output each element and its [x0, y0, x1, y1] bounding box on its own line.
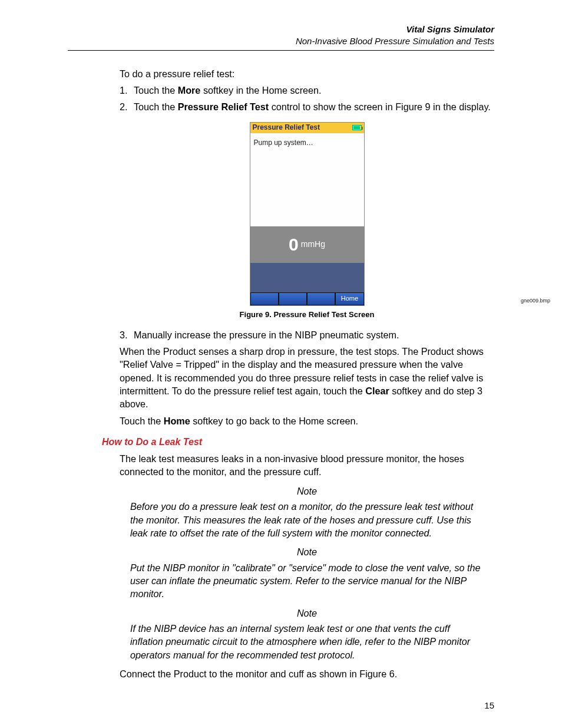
step-text: Touch the Pressure Relief Test control t…: [134, 101, 491, 112]
device-softkeys: Home: [250, 292, 364, 305]
figure-caption: Figure 9. Pressure Relief Test Screen: [120, 309, 494, 320]
device-screen: Pressure Relief Test Pump up system… 0 m…: [250, 122, 365, 306]
step-text: Manually increase the pressure in the NI…: [134, 330, 399, 340]
connect-paragraph: Connect the Product to the monitor and c…: [120, 667, 494, 680]
figure-9: Pressure Relief Test Pump up system… 0 m…: [120, 122, 494, 306]
page-number: 15: [484, 700, 494, 710]
device-title-text: Pressure Relief Test: [253, 123, 320, 133]
reading-value: 0: [289, 232, 299, 256]
battery-icon: [352, 125, 362, 130]
intro-text: To do a pressure relief test:: [120, 67, 494, 80]
note-2: Put the NIBP monitor in "calibrate" or "…: [120, 561, 494, 601]
step-number: 1.: [120, 84, 128, 97]
step-3: 3. Manually increase the pressure in the…: [120, 328, 494, 341]
step-number: 2.: [120, 100, 128, 113]
leak-intro: The leak test measures leaks in a non-in…: [120, 452, 494, 479]
device-reading: 0 mmHg: [250, 226, 364, 263]
figure-file-ref: gne009.bmp: [521, 297, 550, 304]
reading-unit: mmHg: [301, 239, 325, 250]
header-rule: [68, 50, 494, 51]
note-label-1: Note: [120, 485, 494, 498]
touch-home-paragraph: Touch the Home softkey to go back to the…: [120, 414, 494, 427]
header-title: Vital Signs Simulator: [406, 24, 494, 34]
note-3: If the NIBP device has an internal syste…: [120, 622, 494, 661]
sense-paragraph: When the Product senses a sharp drop in …: [120, 345, 494, 411]
device-body-text: Pump up system…: [254, 139, 313, 147]
step-2: 2. Touch the Pressure Relief Test contro…: [120, 100, 494, 113]
note-label-3: Note: [120, 607, 494, 620]
device-titlebar: Pressure Relief Test: [250, 123, 364, 133]
note-1: Before you do a pressure leak test on a …: [120, 500, 494, 539]
header-subtitle: Non-Invasive Blood Pressure Simulation a…: [296, 36, 494, 46]
step-number: 3.: [120, 328, 128, 341]
device-mid-panel: [250, 263, 364, 292]
softkey-2[interactable]: [279, 292, 307, 305]
note-label-2: Note: [120, 545, 494, 558]
softkey-1[interactable]: [250, 292, 279, 305]
step-1: 1. Touch the More softkey in the Home sc…: [120, 84, 494, 97]
softkey-home[interactable]: Home: [335, 292, 363, 305]
device-body: Pump up system…: [250, 133, 364, 226]
step-text: Touch the More softkey in the Home scree…: [134, 85, 322, 95]
page-content: To do a pressure relief test: 1. Touch t…: [68, 67, 494, 681]
page-header: Vital Signs Simulator Non-Invasive Blood…: [68, 24, 494, 48]
section-leak-test-title: How to Do a Leak Test: [102, 436, 494, 449]
softkey-3[interactable]: [307, 292, 335, 305]
